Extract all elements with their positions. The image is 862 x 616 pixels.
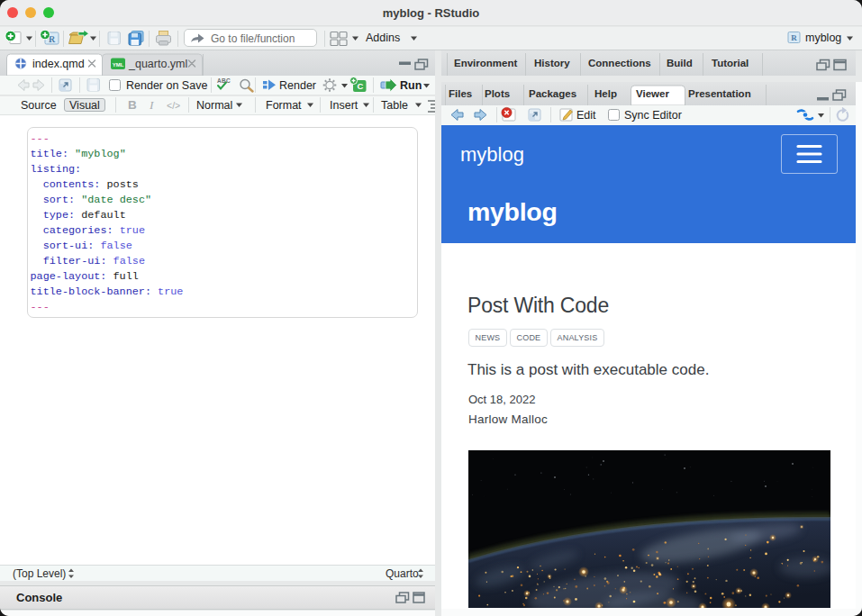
svg-text:ABC: ABC bbox=[217, 77, 231, 84]
svg-text:YML: YML bbox=[113, 62, 124, 68]
svg-text:C: C bbox=[358, 81, 364, 91]
